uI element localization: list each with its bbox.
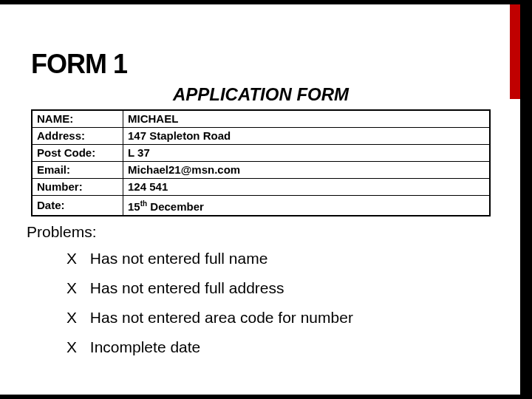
table-row: Number:124 541 (32, 179, 490, 196)
table-row: Date:15th December (32, 196, 490, 216)
problem-mark: X (66, 250, 86, 267)
problem-text: Has not entered full address (86, 279, 284, 296)
slide: FORM 1 APPLICATION FORM NAME:MICHAELAddr… (0, 4, 520, 395)
problem-mark: X (66, 338, 86, 356)
table-row: Address:147 Stapleton Road (32, 128, 490, 145)
problems-list: X Has not entered full nameX Has not ent… (66, 250, 353, 368)
list-item: X Has not entered area code for number (66, 309, 353, 327)
form-table-body: NAME:MICHAELAddress:147 Stapleton RoadPo… (32, 110, 490, 216)
table-row: Post Code:L 37 (32, 145, 490, 162)
problem-text: Has not entered full name (86, 250, 267, 267)
problem-text: Has not entered area code for number (86, 309, 353, 326)
field-value: 124 541 (123, 179, 491, 196)
list-item: X Has not entered full name (66, 250, 353, 267)
application-form-table: NAME:MICHAELAddress:147 Stapleton RoadPo… (31, 109, 491, 216)
problem-mark: X (66, 309, 86, 327)
accent-bar (510, 4, 520, 99)
form-title: APPLICATION FORM (173, 84, 349, 104)
table-row: NAME:MICHAEL (32, 110, 490, 128)
list-item: X Has not entered full address (66, 279, 353, 297)
field-label: Number: (32, 179, 123, 196)
field-label: Date: (32, 196, 123, 216)
field-label: Address: (32, 128, 123, 145)
field-value: L 37 (123, 145, 491, 162)
field-value: 15th December (123, 196, 491, 216)
problems-heading: Problems: (27, 223, 97, 241)
page-title: FORM 1 (31, 49, 127, 80)
field-label: NAME: (32, 110, 123, 128)
problem-text: Incomplete date (86, 338, 200, 355)
field-value: 147 Stapleton Road (123, 128, 491, 145)
problem-mark: X (66, 279, 86, 297)
table-row: Email:Michael21@msn.com (32, 162, 490, 179)
field-value: MICHAEL (123, 110, 491, 128)
field-value: Michael21@msn.com (123, 162, 491, 179)
form-title-container: APPLICATION FORM (31, 84, 491, 105)
list-item: X Incomplete date (66, 338, 353, 356)
field-label: Post Code: (32, 145, 123, 162)
field-label: Email: (32, 162, 123, 179)
